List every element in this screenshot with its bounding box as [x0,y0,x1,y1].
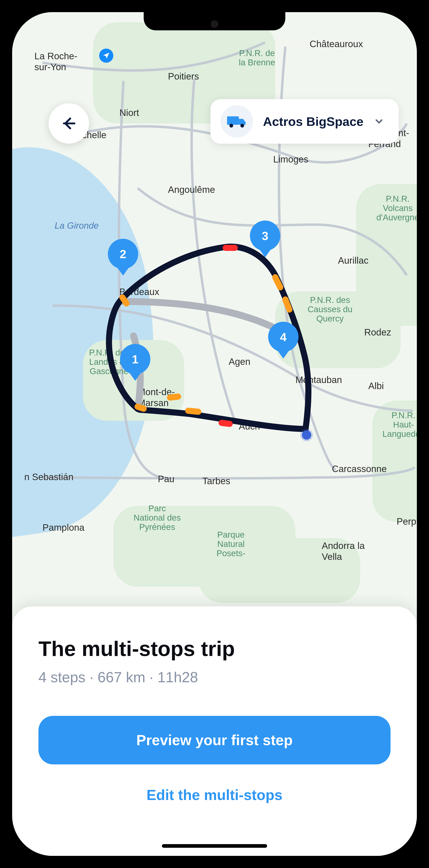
park-label: P.N.R. de la Brenne [239,49,275,67]
svg-point-9 [229,124,233,127]
chevron-down-icon [373,116,385,127]
location-arrow-icon [102,52,110,60]
arrow-left-icon [60,115,77,132]
city-label: Bordeaux [119,286,159,297]
city-label: Châteauroux [310,38,363,50]
edit-link-label: Edit the multi-stops [147,787,282,803]
back-button[interactable] [49,103,89,144]
svg-line-1 [275,277,280,287]
waypoint-pin-1[interactable]: 1 [120,344,150,374]
city-label: Tarbes [202,475,230,487]
city-label: Poitiers [168,71,199,82]
route-end-dot [302,430,311,440]
truck-icon [221,105,253,137]
vehicle-name: Actros BigSpace [263,114,363,129]
city-label: Aurillac [338,255,368,266]
edit-multi-stops-link[interactable]: Edit the multi-stops [38,787,391,803]
trip-summary-line: 4 steps · 667 km · 11h28 [38,669,391,685]
home-indicator [162,844,267,848]
vehicle-selector[interactable]: Actros BigSpace [210,99,399,144]
city-label: Carcassonne [332,463,387,474]
city-label: n Sebastián [24,471,73,483]
park-label: Parc National des Pyrénées [133,504,181,532]
city-label: Agen [229,356,250,367]
screen: La Gironde La Roche- sur-YonChâteaurouxP… [12,12,417,856]
preview-button-label: Preview your first step [136,732,293,748]
park-label: P.N.R. Haut- Languedoc [382,411,417,439]
waypoint-pin-3[interactable]: 3 [250,221,280,251]
trip-summary-sheet: The multi-stops trip 4 steps · 667 km · … [12,607,417,856]
city-label: Auch [239,421,260,432]
city-label: Limoges [273,154,308,165]
city-label: Niort [119,107,139,118]
svg-line-7 [222,423,230,424]
park-label: P.N.R. Volcans d'Auvergne [376,194,417,222]
waypoint-pin-4[interactable]: 4 [268,322,299,352]
svg-rect-8 [227,116,239,125]
sea-label: La Gironde [55,221,99,231]
city-label: Perpi [397,516,417,527]
city-label: Pamplona [42,522,84,533]
city-label: Pau [158,473,175,485]
waypoint-pin-2[interactable]: 2 [108,239,138,269]
svg-point-10 [240,124,244,127]
phone-frame: La Gironde La Roche- sur-YonChâteaurouxP… [0,0,429,868]
city-label: Montauban [296,374,342,385]
park-label: Parque Natural Posets- [217,530,245,558]
park-label: P.N.R. des Causses du Quercy [308,296,353,323]
city-label: Mont-de- Marsan [137,386,175,408]
city-label: Rodez [364,327,391,338]
trip-duration: 11h28 [157,669,198,685]
locate-me-button[interactable] [99,49,113,63]
city-label: Angoulême [168,184,215,195]
city-label: Albi [368,380,384,391]
preview-first-step-button[interactable]: Preview your first step [38,716,391,765]
city-label: Andorra la Vella [322,540,365,562]
city-label: La Roche- sur-Yon [34,51,77,72]
trip-title: The multi-stops trip [38,637,391,661]
trip-distance: 667 km [97,669,145,685]
svg-line-5 [188,411,198,412]
device-notch [144,12,285,30]
trip-steps-count: 4 steps [38,669,85,685]
